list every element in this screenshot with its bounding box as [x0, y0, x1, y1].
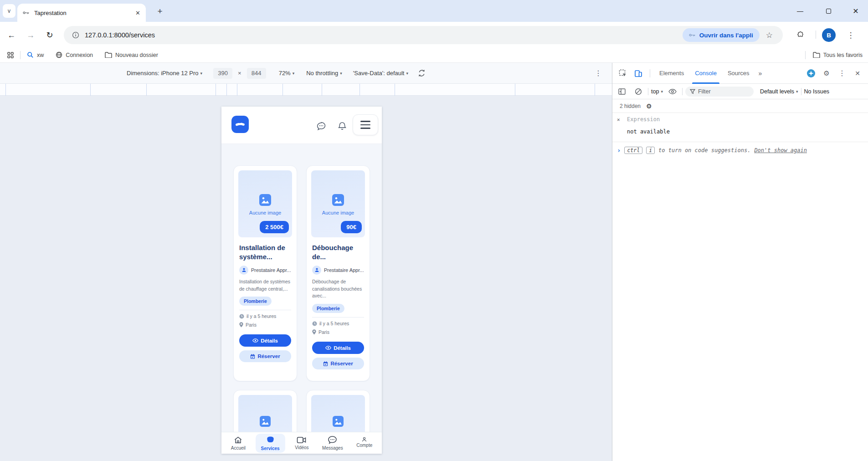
details-label: Détails [261, 338, 278, 343]
devtools-settings-button[interactable]: ⚙ [820, 67, 833, 80]
service-description: Installation de systèmes de chauffage ce… [239, 278, 291, 293]
reserve-label: Réserver [330, 361, 353, 366]
more-tabs-button[interactable]: » [756, 63, 765, 84]
nav-item-compte[interactable]: Compte [353, 435, 376, 450]
eye-watch-button[interactable] [666, 85, 679, 98]
image-placeholder-icon [260, 416, 271, 427]
console-settings-icon[interactable]: ⚙ [646, 102, 652, 110]
tab-console[interactable]: Console [690, 63, 721, 84]
city-row: Paris [312, 329, 364, 335]
live-expression: ✕ Expression not available [612, 113, 868, 142]
save-data-select[interactable]: 'Save-Data': default▾ [353, 70, 408, 77]
nav-item-videos[interactable]: Vidéos [291, 435, 312, 452]
filter-input[interactable] [698, 88, 744, 95]
service-description: Débouchage de canalisations bouchées ave… [312, 278, 364, 300]
issues-counter[interactable]: No Issues [804, 88, 830, 95]
new-tab-button[interactable]: + [154, 5, 166, 17]
site-info-icon[interactable] [72, 31, 79, 39]
card-divider [312, 317, 364, 318]
window-minimize-button[interactable]: — [791, 5, 809, 17]
devtools-separator [650, 69, 650, 77]
device-select[interactable]: Dimensions: iPhone 12 Pro▾ [127, 70, 202, 77]
reload-button[interactable]: ↻ [43, 28, 56, 42]
provider-avatar [312, 266, 321, 275]
open-in-app-button[interactable]: Ouvrir dans l'appli [683, 28, 760, 42]
nav-item-services[interactable]: Services [256, 434, 285, 453]
bookmarks-bar: xw Connexion Nouveau dossier Tous les fa… [0, 47, 868, 63]
service-card[interactable]: Aucune image 90€ Débouchage de... Presta… [306, 165, 370, 381]
bookmarks-separator [805, 51, 806, 59]
app-logo[interactable] [231, 116, 249, 133]
notifications-button[interactable] [336, 120, 348, 132]
expression-value: not available [627, 128, 670, 135]
chat-button[interactable] [315, 120, 327, 132]
forward-button[interactable]: → [24, 28, 37, 42]
key-icon [689, 33, 696, 37]
address-bar[interactable]: 127.0.0.1:8000/services Ouvrir dans l'ap… [64, 26, 783, 44]
bookmark-item-xw[interactable]: xw [27, 51, 44, 58]
inspect-element-button[interactable] [616, 67, 630, 80]
dropdown-caret-icon: ▾ [200, 71, 203, 76]
reserve-button[interactable]: Réserver [312, 358, 364, 369]
card-divider [239, 310, 291, 310]
person-icon [314, 267, 319, 272]
zoom-select[interactable]: 72%▾ [279, 70, 295, 77]
ruler-tick [595, 84, 595, 96]
profile-avatar[interactable]: B [822, 28, 836, 42]
service-card[interactable]: Aucune image 2 500€ Installation de syst… [233, 165, 297, 381]
remove-expression-icon[interactable]: ✕ [617, 117, 620, 123]
app-menu-button[interactable] [353, 114, 378, 135]
expression-label[interactable]: Expression [627, 116, 660, 123]
bookmark-item-connexion[interactable]: Connexion [56, 51, 93, 58]
tab-close-icon[interactable]: ✕ [135, 10, 140, 16]
browser-tab[interactable]: Taprestation ✕ [17, 4, 146, 22]
devtools-menu-button[interactable]: ⋮ [835, 67, 849, 80]
window-close-button[interactable]: ✕ [847, 5, 865, 17]
handshake-icon [235, 119, 246, 130]
extensions-button[interactable] [794, 28, 807, 42]
calendar-icon [250, 354, 255, 359]
message-bubble-icon [328, 435, 337, 444]
details-button[interactable]: Détails [239, 334, 291, 347]
viewport-height-input[interactable] [247, 68, 266, 79]
device-toolbar-toggle[interactable] [632, 67, 645, 80]
reserve-button[interactable]: Réserver [239, 350, 291, 362]
console-prompt[interactable]: › ctrl i to turn on code suggestions. Do… [612, 142, 868, 159]
ruler-tick [90, 84, 91, 96]
rotate-viewport-button[interactable] [417, 69, 426, 77]
device-toolbar-menu-button[interactable]: ⋮ [595, 69, 602, 77]
nav-item-accueil[interactable]: Accueil [227, 434, 249, 452]
console-sidebar-toggle[interactable] [615, 85, 629, 98]
details-button[interactable]: Détails [312, 342, 364, 354]
clear-console-button[interactable] [632, 85, 645, 98]
window-maximize-button[interactable] [819, 5, 837, 17]
tab-elements[interactable]: Elements [655, 63, 688, 84]
bookmark-label: xw [37, 52, 44, 58]
ai-assistance-button[interactable] [804, 67, 818, 80]
context-select[interactable]: top▾ [651, 88, 663, 95]
viewport-width-input[interactable] [213, 68, 232, 79]
console-filter[interactable] [685, 87, 754, 97]
devtools-close-button[interactable]: ✕ [851, 67, 864, 80]
card-image-placeholder: Aucune image 2 500€ [238, 170, 292, 237]
throttling-select[interactable]: No throttling▾ [306, 70, 342, 77]
bookmark-folder-nouveau-dossier[interactable]: Nouveau dossier [105, 52, 158, 58]
home-icon [234, 436, 242, 444]
location-pin-icon [239, 322, 243, 328]
apps-grid-button[interactable] [4, 52, 17, 58]
console-separator [801, 88, 801, 95]
all-bookmarks-button[interactable]: Tous les favoris [813, 52, 863, 58]
log-levels-select[interactable]: Default levels▾ [760, 88, 798, 95]
back-button[interactable]: ← [5, 28, 18, 42]
bookmark-star-icon[interactable]: ☆ [766, 31, 773, 40]
tab-search-button[interactable]: v [3, 4, 15, 18]
dont-show-again-link[interactable]: Don't show again [754, 147, 807, 154]
tab-sources[interactable]: Sources [723, 63, 754, 84]
ruler-tick [360, 84, 360, 96]
ruler-tick [515, 84, 515, 96]
prompt-chevron-icon: › [617, 147, 621, 154]
hidden-messages-label[interactable]: 2 hidden [620, 103, 641, 109]
browser-menu-button[interactable]: ⋮ [844, 28, 858, 42]
clear-icon [635, 88, 642, 95]
nav-item-messages[interactable]: Messages [318, 434, 347, 452]
